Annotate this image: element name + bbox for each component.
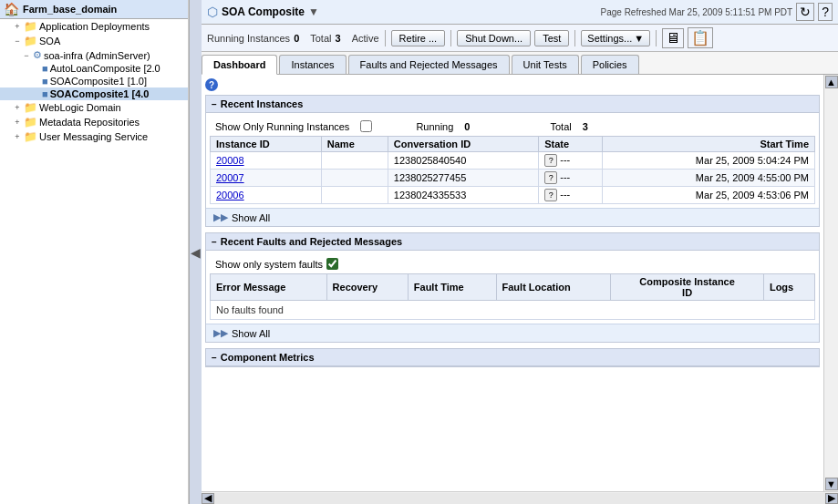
col-start-time: Start Time — [602, 137, 814, 152]
sidebar-item-soacomposite1[interactable]: ■ SOAComposite1 [1.0] — [0, 75, 188, 87]
collapse-sidebar-button[interactable]: ◀ — [189, 0, 202, 504]
show-all-instances-label: Show All — [232, 212, 270, 223]
composite-icon: ■ — [42, 63, 48, 74]
table-row: 20007 1238025277455 ? --- Mar 25, 2009 4… — [211, 170, 815, 187]
page-title-text: SOA Composite — [222, 5, 305, 18]
tab-instances-label: Instances — [291, 59, 334, 70]
folder-icon: 📁 — [24, 20, 37, 33]
scroll-left-button[interactable]: ◀ — [202, 493, 214, 504]
tab-policies[interactable]: Policies — [581, 55, 639, 74]
expand-icon: + — [13, 22, 22, 31]
instance-id-link[interactable]: 20007 — [216, 172, 244, 183]
show-all-faults-row[interactable]: ▶▶ Show All — [206, 324, 819, 342]
expand-icon: + — [13, 132, 22, 141]
dropdown-arrow-icon[interactable]: ▼ — [308, 5, 319, 18]
instance-id-link[interactable]: 20008 — [216, 155, 244, 166]
faults-table: Error Message Recovery Fault Time Fault … — [210, 273, 815, 320]
settings-label: Settings... — [587, 33, 632, 44]
sidebar-item-autoloan[interactable]: ■ AutoLoanComposite [2.0 — [0, 62, 188, 75]
help-row: ? — [205, 78, 820, 91]
show-only-running-checkbox[interactable] — [360, 120, 372, 132]
sidebar-item-metadata[interactable]: + 📁 Metadata Repositories — [0, 115, 188, 129]
sidebar-item-weblogic[interactable]: + 📁 WebLogic Domain — [0, 100, 188, 115]
conversation-id: 1238024335533 — [388, 187, 538, 204]
settings-dropdown-icon: ▼ — [634, 33, 644, 44]
col-name: Name — [321, 137, 388, 152]
context-help-icon[interactable]: ? — [205, 78, 218, 91]
sidebar-item-soacomposite4[interactable]: ■ SOAComposite1 [4.0 — [0, 87, 188, 100]
weblogic-label: WebLogic Domain — [39, 102, 121, 113]
show-all-instances-row[interactable]: ▶▶ Show All — [206, 208, 819, 226]
col-state: State — [539, 137, 603, 152]
table-row: No faults found — [211, 301, 815, 320]
scroll-down-button[interactable]: ▼ — [825, 478, 838, 490]
show-only-system-label: Show only system faults — [215, 259, 323, 270]
col-fault-time: Fault Time — [408, 274, 496, 301]
vertical-scrollbar[interactable]: ▲ ▼ — [823, 75, 838, 491]
sidebar: 🏠 Farm_base_domain + 📁 Application Deplo… — [0, 0, 189, 504]
tab-dashboard[interactable]: Dashboard — [202, 55, 277, 75]
component-metrics-section: − Component Metrics — [205, 348, 820, 367]
refresh-button[interactable]: ↻ — [796, 3, 814, 21]
icon-button-2[interactable]: 📋 — [688, 27, 713, 48]
recent-faults-header: − Recent Faults and Rejected Messages — [206, 233, 819, 251]
farm-icon: 🏠 — [4, 2, 19, 16]
state-value: --- — [560, 171, 570, 182]
total-count: 3 — [583, 121, 588, 132]
tab-instances[interactable]: Instances — [279, 55, 346, 74]
soa-infra-icon: ⚙ — [33, 49, 42, 61]
sidebar-item-user-messaging[interactable]: + 📁 User Messaging Service — [0, 129, 188, 144]
user-messaging-label: User Messaging Service — [39, 131, 148, 142]
state-icon[interactable]: ? — [544, 189, 557, 201]
show-only-running-text: Show Only Running Instances — [215, 121, 349, 132]
folder-icon: 📁 — [24, 116, 37, 129]
collapse-instances-icon[interactable]: − — [212, 99, 217, 109]
instance-id-link[interactable]: 20006 — [216, 190, 244, 201]
icon-button-1[interactable]: 🖥 — [662, 28, 684, 48]
horizontal-scrollbar[interactable]: ◀ ▶ — [202, 491, 838, 504]
composite-icon: ■ — [42, 88, 48, 99]
scroll-right-button[interactable]: ▶ — [825, 493, 838, 504]
total-label: Total — [310, 33, 331, 44]
col-recovery: Recovery — [326, 274, 408, 301]
state-value: --- — [560, 154, 570, 165]
expand-icon: + — [13, 103, 22, 112]
show-all-faults-label: Show All — [232, 328, 270, 339]
collapse-faults-icon[interactable]: − — [212, 237, 217, 247]
state-cell: ? --- — [539, 170, 603, 187]
retire-button[interactable]: Retire ... — [391, 30, 446, 46]
help-button[interactable]: ? — [818, 3, 833, 21]
toolbar: Running Instances 0 Total 3 Active Retir… — [202, 25, 838, 52]
sidebar-header-label: Farm_base_domain — [23, 4, 117, 15]
recent-instances-header: − Recent Instances — [206, 96, 819, 113]
recent-faults-title: Recent Faults and Rejected Messages — [221, 236, 402, 247]
sidebar-item-soa-infra[interactable]: − ⚙ soa-infra (AdminServer) — [0, 48, 188, 62]
shutdown-button[interactable]: Shut Down... — [457, 30, 531, 46]
collapse-metrics-icon[interactable]: − — [212, 353, 217, 363]
settings-button[interactable]: Settings... ▼ — [581, 30, 650, 46]
tab-policies-label: Policies — [593, 59, 627, 70]
running-count: 0 — [464, 121, 470, 132]
show-only-system-checkbox[interactable] — [326, 258, 338, 270]
sidebar-item-soa[interactable]: − 📁 SOA — [0, 34, 188, 48]
tab-dashboard-label: Dashboard — [213, 59, 265, 70]
state-icon[interactable]: ? — [544, 171, 557, 184]
sidebar-header: 🏠 Farm_base_domain — [0, 0, 188, 19]
sidebar-item-app-deployments[interactable]: + 📁 Application Deployments — [0, 19, 188, 34]
recent-faults-body: Show only system faults Error Message Re… — [206, 251, 819, 324]
total-value: 3 — [336, 33, 341, 44]
instance-name — [321, 152, 388, 170]
test-button[interactable]: Test — [534, 30, 569, 46]
tab-faults-label: Faults and Rejected Messages — [360, 59, 498, 70]
scroll-up-button[interactable]: ▲ — [825, 76, 838, 88]
state-icon[interactable]: ? — [544, 154, 557, 167]
tab-unit-tests[interactable]: Unit Tests — [512, 55, 579, 74]
running-instances-value: 0 — [294, 33, 299, 44]
total-label: Total — [550, 121, 571, 132]
table-row: 20006 1238024335533 ? --- Mar 25, 2009 4… — [211, 187, 815, 204]
content-inner: ? − Recent Instances Show Only Running I… — [205, 78, 820, 488]
recent-faults-section: − Recent Faults and Rejected Messages Sh… — [205, 232, 820, 343]
component-metrics-header: − Component Metrics — [206, 349, 819, 366]
tab-faults[interactable]: Faults and Rejected Messages — [348, 55, 510, 74]
refresh-info: Page Refreshed Mar 25, 2009 5:11:51 PM P… — [601, 3, 833, 21]
